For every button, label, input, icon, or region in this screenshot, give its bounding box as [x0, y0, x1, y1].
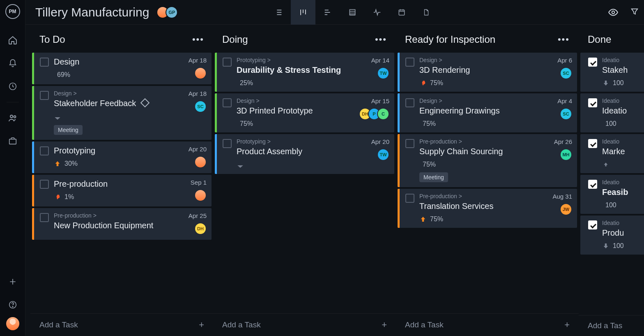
- task-checkbox[interactable]: [40, 180, 49, 189]
- assignee-avatar[interactable]: DH: [194, 222, 207, 235]
- assignee-avatar[interactable]: C: [377, 108, 389, 120]
- task-checkbox[interactable]: [588, 220, 597, 229]
- add-task-button[interactable]: Add a Task+: [213, 313, 396, 336]
- column-title: To Do: [39, 34, 65, 45]
- column-menu[interactable]: •••: [558, 34, 570, 45]
- task-checkbox[interactable]: [405, 58, 414, 67]
- task-checkbox[interactable]: [40, 58, 49, 67]
- assignee-avatar[interactable]: SC: [560, 108, 572, 120]
- task-checkbox[interactable]: [588, 180, 597, 189]
- task-card[interactable]: IdeatioMarke: [580, 134, 644, 173]
- kanban-board[interactable]: To Do•••Design69%Apr 18Design >Stakehold…: [25, 25, 644, 336]
- assignee-list[interactable]: [198, 156, 207, 168]
- task-name: Marke: [602, 146, 612, 157]
- task-checkbox[interactable]: [223, 98, 232, 107]
- visibility-button[interactable]: [608, 7, 619, 18]
- card-list: Design >3D Rendering75%Apr 6SCDesign >En…: [396, 53, 579, 313]
- assignee-avatar[interactable]: [194, 67, 207, 79]
- task-card[interactable]: IdeatioStakeh100: [580, 53, 644, 92]
- assignee-avatar[interactable]: MH: [560, 148, 572, 161]
- assignee-list[interactable]: [198, 67, 207, 79]
- task-card[interactable]: Pre-production1%Sep 1: [32, 175, 212, 206]
- task-card[interactable]: Prototyping30%Apr 20: [32, 141, 212, 173]
- assignee-list[interactable]: TW: [380, 67, 389, 79]
- view-sheet[interactable]: [340, 0, 365, 25]
- assignee-list[interactable]: JW: [563, 203, 572, 216]
- task-checkbox[interactable]: [40, 213, 49, 222]
- task-card[interactable]: Design >Engineering Drawings75%Apr 4SC: [398, 93, 577, 132]
- assignee-avatar[interactable]: [194, 189, 207, 202]
- task-card[interactable]: Prototyping >Product AssemblyApr 20TW: [215, 134, 394, 174]
- nav-time[interactable]: [0, 76, 25, 97]
- assignee-list[interactable]: SC: [563, 108, 572, 120]
- column-menu[interactable]: •••: [192, 34, 204, 45]
- due-date: Apr 6: [557, 57, 572, 64]
- nav-portfolio[interactable]: [0, 130, 25, 152]
- task-checkbox[interactable]: [588, 139, 597, 148]
- view-gantt[interactable]: [315, 0, 340, 25]
- assignee-avatar[interactable]: JW: [560, 203, 572, 216]
- task-checkbox[interactable]: [40, 146, 49, 155]
- task-checkbox[interactable]: [405, 98, 414, 107]
- add-task-button[interactable]: Add a Task+: [30, 313, 213, 336]
- expand-chevron[interactable]: [54, 116, 179, 121]
- task-card[interactable]: IdeatioFeasib100: [580, 175, 644, 214]
- task-checkbox[interactable]: [588, 58, 597, 67]
- view-activity[interactable]: [365, 0, 389, 25]
- nav-team[interactable]: [0, 107, 25, 129]
- task-card[interactable]: Design69%Apr 18: [32, 53, 212, 84]
- priority-icon: [602, 79, 610, 87]
- assignee-list[interactable]: SC: [198, 100, 207, 113]
- nav-home[interactable]: [0, 30, 25, 51]
- due-date: Apr 20: [371, 138, 389, 145]
- assignee-avatar[interactable]: TW: [377, 67, 389, 79]
- task-checkbox[interactable]: [588, 98, 597, 107]
- assignee-avatar[interactable]: SC: [560, 67, 572, 79]
- assignee-list[interactable]: DH: [198, 222, 207, 235]
- task-checkbox[interactable]: [405, 194, 414, 203]
- task-checkbox[interactable]: [40, 91, 49, 100]
- assignee-avatar[interactable]: TW: [377, 148, 389, 161]
- parent-path: Design >: [237, 97, 357, 104]
- assignee-avatar[interactable]: SC: [194, 100, 207, 113]
- assignee-list[interactable]: MH: [563, 148, 572, 161]
- task-name: Engineering Drawings: [419, 106, 544, 116]
- nav-add[interactable]: [0, 271, 25, 292]
- progress-value: 75%: [430, 216, 443, 223]
- assignee-list[interactable]: [198, 189, 207, 202]
- task-card[interactable]: IdeatioIdeatio100: [580, 93, 644, 132]
- task-card[interactable]: Pre-production >Supply Chain Sourcing75%…: [398, 134, 577, 187]
- task-checkbox[interactable]: [223, 139, 232, 148]
- view-board[interactable]: [291, 0, 315, 25]
- member-avatar[interactable]: GP: [166, 6, 178, 19]
- column-menu[interactable]: •••: [375, 34, 387, 45]
- assignee-list[interactable]: SC: [563, 67, 572, 79]
- assignee-avatar[interactable]: [194, 156, 207, 168]
- add-task-button[interactable]: Add a Task+: [396, 313, 579, 336]
- task-card[interactable]: IdeatioProdu100: [580, 216, 644, 255]
- view-list[interactable]: [266, 0, 291, 25]
- task-card[interactable]: Design >3D Printed Prototype75%Apr 15DHP…: [215, 93, 394, 132]
- assignee-list[interactable]: DHPC: [362, 108, 389, 120]
- task-checkbox[interactable]: [405, 139, 414, 148]
- task-card[interactable]: Pre-production >New Production Equipment…: [32, 208, 212, 240]
- assignee-list[interactable]: TW: [380, 148, 389, 161]
- view-files[interactable]: [414, 0, 439, 25]
- task-card[interactable]: Prototyping >Durability & Stress Testing…: [215, 53, 394, 92]
- task-card[interactable]: Design >3D Rendering75%Apr 6SC: [398, 53, 577, 92]
- app-logo[interactable]: PM: [5, 4, 20, 19]
- progress-value: 100: [605, 120, 616, 127]
- task-name: Translation Services: [419, 201, 544, 211]
- task-card[interactable]: Pre-production >Translation Services75%A…: [398, 189, 577, 228]
- due-date: Apr 18: [189, 90, 207, 97]
- nav-notifications[interactable]: [0, 53, 25, 74]
- current-user-avatar[interactable]: [6, 317, 19, 330]
- project-members[interactable]: GP: [160, 6, 178, 19]
- task-checkbox[interactable]: [223, 58, 232, 67]
- nav-help[interactable]: [0, 294, 25, 315]
- view-calendar[interactable]: [389, 0, 414, 25]
- expand-chevron[interactable]: [237, 164, 361, 169]
- task-card[interactable]: Design >Stakeholder Feedback MeetingApr …: [32, 86, 212, 140]
- add-task-button[interactable]: Add a Tas: [579, 315, 644, 336]
- filter-button[interactable]: [630, 7, 639, 18]
